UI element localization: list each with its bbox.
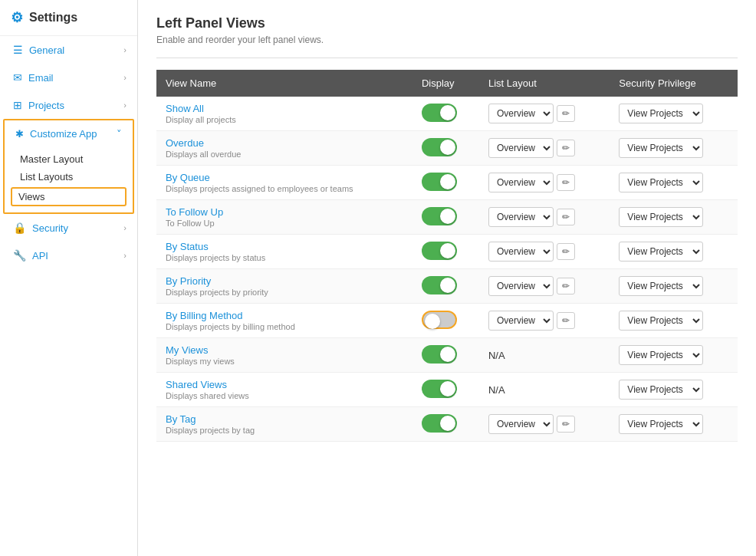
list-layout-select[interactable]: Overview [488, 311, 554, 331]
settings-header: ⚙ Settings [0, 0, 137, 36]
sidebar-item-email[interactable]: ✉ Email › [0, 64, 137, 91]
col-display: Display [413, 70, 479, 97]
view-desc: Displays projects by priority [166, 288, 403, 297]
view-name: By Billing Method [166, 310, 403, 321]
sidebar-item-api[interactable]: 🔧 API › [0, 242, 137, 269]
sub-link-master-layout[interactable]: Master Layout [5, 150, 133, 168]
edit-layout-button[interactable]: ✏ [557, 209, 575, 225]
settings-title: Settings [29, 11, 77, 25]
view-name: Show All [166, 103, 403, 114]
email-icon: ✉ [13, 71, 22, 84]
table-row: To Follow Up To Follow Up Overview ✏ Vie… [156, 200, 738, 235]
privilege-select[interactable]: View Projects [619, 414, 703, 434]
view-desc: Displays projects assigned to employees … [166, 184, 403, 193]
layout-na: N/A [488, 384, 505, 396]
view-desc: Display all projects [166, 115, 403, 124]
privilege-select[interactable]: View Projects [619, 311, 703, 331]
edit-layout-button[interactable]: ✏ [557, 312, 575, 329]
table-row: By Queue Displays projects assigned to e… [156, 166, 738, 200]
table-row: By Billing Method Displays projects by b… [156, 304, 738, 338]
display-toggle[interactable] [422, 380, 457, 398]
view-name: To Follow Up [166, 206, 403, 218]
list-layout-select[interactable]: Overview [488, 276, 554, 296]
gear-icon: ⚙ [11, 9, 23, 26]
chevron-down-icon: ˅ [117, 128, 122, 140]
display-toggle[interactable] [422, 138, 457, 156]
view-desc: To Follow Up [166, 219, 403, 228]
sidebar-item-projects[interactable]: ⊞ Projects › [0, 91, 137, 119]
sub-link-list-layouts[interactable]: List Layouts [5, 168, 133, 186]
edit-layout-button[interactable]: ✏ [557, 174, 575, 191]
edit-layout-button[interactable]: ✏ [557, 416, 575, 433]
view-desc: Displays shared views [166, 391, 403, 400]
display-toggle[interactable] [422, 104, 457, 122]
display-toggle[interactable] [422, 345, 457, 364]
customize-icon: ✱ [15, 128, 24, 140]
col-security: Security Privilege [610, 70, 738, 97]
list-layout-select[interactable]: Overview [488, 138, 554, 158]
sub-link-views[interactable]: Views [11, 187, 127, 206]
page-title: Left Panel Views [156, 15, 738, 31]
privilege-select[interactable]: View Projects [619, 242, 703, 262]
customize-sub-menu: Master Layout List Layouts Views [5, 147, 133, 212]
col-list-layout: List Layout [479, 70, 610, 97]
view-name: By Priority [166, 275, 403, 287]
view-desc: Displays projects by tag [166, 426, 403, 435]
main-content: Left Panel Views Enable and reorder your… [138, 0, 756, 556]
display-toggle[interactable] [422, 173, 457, 191]
edit-layout-button[interactable]: ✏ [557, 243, 575, 260]
display-toggle[interactable] [422, 207, 457, 225]
view-name: My Views [166, 344, 403, 356]
list-layout-select[interactable]: Overview [488, 104, 554, 123]
display-toggle[interactable] [422, 242, 457, 260]
col-view-name: View Name [156, 70, 413, 97]
privilege-select[interactable]: View Projects [619, 207, 703, 227]
display-toggle[interactable] [422, 414, 457, 433]
privilege-select[interactable]: View Projects [619, 138, 703, 158]
table-row: By Status Displays projects by status Ov… [156, 235, 738, 269]
sidebar-item-customize[interactable]: ✱ Customize App ˅ [5, 120, 133, 147]
sidebar: ⚙ Settings ☰ General › ✉ Email › ⊞ Proje… [0, 0, 138, 556]
display-toggle[interactable] [422, 311, 457, 329]
edit-layout-button[interactable]: ✏ [557, 140, 575, 156]
list-layout-select[interactable]: Overview [488, 414, 554, 434]
views-table: View Name Display List Layout Security P… [156, 70, 738, 442]
edit-layout-button[interactable]: ✏ [557, 278, 575, 294]
view-desc: Displays projects by status [166, 253, 403, 262]
table-row: Show All Display all projects Overview ✏… [156, 97, 738, 131]
privilege-select[interactable]: View Projects [619, 380, 703, 400]
security-icon: 🔒 [13, 222, 26, 234]
table-row: Overdue Displays all overdue Overview ✏ … [156, 131, 738, 166]
chevron-right-icon: › [123, 223, 127, 232]
table-row: By Tag Displays projects by tag Overview… [156, 407, 738, 442]
table-row: My Views Displays my views N/A View Proj… [156, 338, 738, 373]
customize-app-section: ✱ Customize App ˅ Master Layout List Lay… [3, 119, 134, 214]
divider [156, 58, 738, 58]
list-layout-select[interactable]: Overview [488, 242, 554, 262]
general-icon: ☰ [13, 44, 23, 56]
view-name: By Status [166, 241, 403, 252]
privilege-select[interactable]: View Projects [619, 276, 703, 296]
chevron-right-icon: › [123, 45, 127, 54]
api-icon: 🔧 [13, 249, 26, 262]
list-layout-select[interactable]: Overview [488, 207, 554, 227]
view-name: By Tag [166, 413, 403, 425]
view-desc: Displays all overdue [166, 150, 403, 159]
privilege-select[interactable]: View Projects [619, 173, 703, 192]
view-desc: Displays projects by billing method [166, 322, 403, 331]
view-name: By Queue [166, 172, 403, 183]
privilege-select[interactable]: View Projects [619, 345, 703, 365]
view-name: Overdue [166, 137, 403, 149]
sidebar-item-security[interactable]: 🔒 Security › [0, 214, 137, 242]
chevron-right-icon: › [123, 73, 127, 82]
projects-icon: ⊞ [13, 99, 22, 111]
view-desc: Displays my views [166, 357, 403, 366]
table-row: Shared Views Displays shared views N/A V… [156, 373, 738, 407]
edit-layout-button[interactable]: ✏ [557, 105, 575, 122]
list-layout-select[interactable]: Overview [488, 173, 554, 192]
display-toggle[interactable] [422, 276, 457, 294]
chevron-right-icon: › [123, 251, 127, 260]
chevron-right-icon: › [123, 100, 127, 110]
privilege-select[interactable]: View Projects [619, 104, 703, 123]
sidebar-item-general[interactable]: ☰ General › [0, 36, 137, 64]
